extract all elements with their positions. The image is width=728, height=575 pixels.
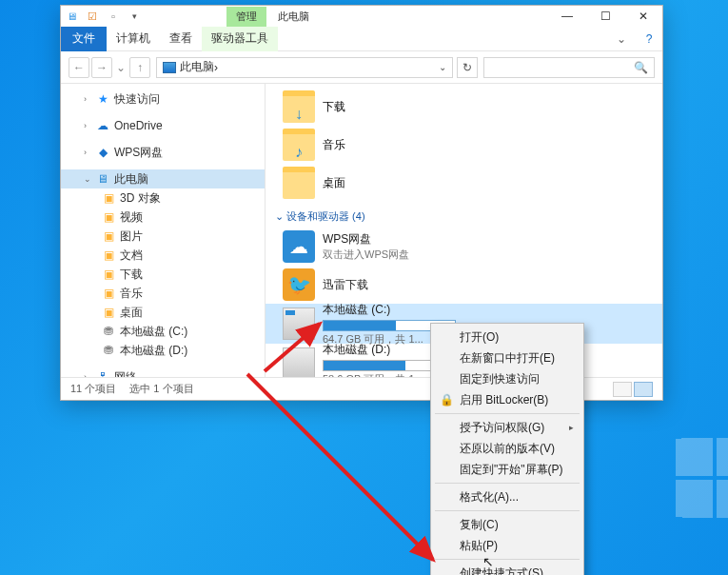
sidebar-item-music[interactable]: ▣音乐 (61, 284, 265, 303)
qat-check-icon[interactable]: ☑ (82, 10, 103, 23)
maximize-button[interactable]: ☐ (586, 6, 624, 27)
folder-downloads[interactable]: ↓下载 (266, 88, 662, 126)
sidebar-item-3d[interactable]: ▣3D 对象 (61, 188, 265, 208)
sidebar-label: WPS网盘 (114, 145, 163, 161)
folder-music[interactable]: ♪音乐 (266, 126, 662, 164)
sidebar-item-downloads[interactable]: ▣下载 (61, 265, 265, 284)
device-wps[interactable]: ☁ WPS网盘 双击进入WPS网盘 (266, 228, 662, 266)
device-xunlei[interactable]: 🐦 迅雷下载 (266, 266, 662, 304)
sidebar-label: 下载 (120, 267, 143, 283)
minimize-button[interactable]: — (548, 6, 586, 27)
svg-line-1 (247, 374, 433, 560)
sidebar-item-pictures[interactable]: ▣图片 (61, 227, 265, 246)
ctx-label: 固定到快速访问 (460, 371, 540, 387)
annotation-arrow-2 (247, 374, 447, 575)
sidebar-label: 快速访问 (114, 91, 160, 108)
folder-label: 桌面 (323, 175, 345, 191)
ctx-label: 格式化(A)... (460, 489, 519, 506)
refresh-button[interactable]: ↻ (457, 57, 478, 78)
device-label: WPS网盘 (323, 231, 409, 248)
ctx-separator (435, 559, 580, 560)
wps-icon: ☁ (283, 230, 315, 263)
breadcrumb[interactable]: 此电脑 (180, 59, 214, 75)
nav-forward-button[interactable]: → (91, 57, 112, 78)
contextual-tab-label: 管理 (226, 7, 266, 27)
nav-up-button[interactable]: ↑ (129, 57, 150, 78)
ribbon-tabs: 文件 计算机 查看 驱动器工具 ⌄ ? (61, 27, 662, 51)
ctx-label: 创建快捷方式(S) (460, 565, 543, 576)
breadcrumb-sep: › (214, 61, 218, 74)
sidebar-item-quick-access[interactable]: ›★快速访问 (61, 89, 265, 109)
drive-icon (283, 347, 315, 377)
ctx-open[interactable]: 打开(O) (433, 327, 581, 347)
address-dropdown-icon[interactable]: ⌄ (439, 62, 446, 72)
sidebar-item-wps[interactable]: ›◆WPS网盘 (61, 143, 265, 162)
folder-label: 音乐 (323, 137, 345, 153)
status-selection: 选中 1 个项目 (129, 382, 193, 396)
qat-item[interactable]: ▫ (103, 10, 124, 22)
windows-logo (676, 437, 728, 518)
folder-label: 下载 (323, 99, 345, 115)
navigation-pane[interactable]: ›★快速访问 ›☁OneDrive ›◆WPS网盘 ⌄🖥此电脑 ▣3D 对象 ▣… (61, 84, 266, 377)
window-title: 此电脑 (278, 10, 309, 24)
view-details-button[interactable] (613, 382, 632, 397)
ctx-paste[interactable]: 粘贴(P) (433, 535, 581, 556)
pc-icon (163, 62, 176, 73)
sidebar-item-drive-c[interactable]: ⛃本地磁盘 (C:) (61, 322, 265, 341)
ctx-grant-access[interactable]: 授予访问权限(G) (433, 417, 581, 438)
qat-dropdown-icon[interactable]: ▾ (124, 11, 145, 21)
ctx-separator (435, 510, 580, 511)
ctx-label: 在新窗口中打开(E) (460, 350, 555, 367)
ctx-copy[interactable]: 复制(C) (433, 514, 581, 535)
tab-view[interactable]: 查看 (160, 27, 202, 51)
ctx-separator (435, 483, 580, 484)
view-tiles-button[interactable] (634, 382, 653, 397)
ctx-separator (435, 413, 580, 414)
tab-computer[interactable]: 计算机 (107, 27, 160, 51)
drive-label: 本地磁盘 (C:) (323, 302, 662, 318)
sidebar-label: 本地磁盘 (C:) (120, 324, 187, 340)
device-sublabel: 双击进入WPS网盘 (323, 248, 409, 262)
help-icon[interactable]: ? (636, 32, 662, 46)
sidebar-item-drive-d[interactable]: ⛃本地磁盘 (D:) (61, 341, 265, 360)
status-item-count: 11 个项目 (70, 382, 116, 396)
sidebar-label: 图片 (120, 228, 143, 245)
sidebar-item-network[interactable]: ›🖧网络 (61, 367, 265, 377)
ctx-pin-quick-access[interactable]: 固定到快速访问 (433, 368, 581, 389)
close-button[interactable]: ✕ (624, 6, 662, 27)
sidebar-item-desktop[interactable]: ▣桌面 (61, 303, 265, 322)
nav-back-button[interactable]: ← (69, 57, 89, 78)
address-bar[interactable]: 此电脑 › ⌄ (156, 57, 453, 78)
ctx-bitlocker[interactable]: 🔒启用 BitLocker(B) (433, 389, 581, 410)
ctx-shortcut[interactable]: 创建快捷方式(S) (433, 563, 581, 575)
sidebar-label: 音乐 (120, 286, 143, 302)
drive-icon (283, 307, 315, 340)
sidebar-item-onedrive[interactable]: ›☁OneDrive (61, 116, 265, 135)
sidebar-label: 网络 (114, 369, 137, 378)
tab-drive-tools[interactable]: 驱动器工具 (202, 27, 278, 51)
ctx-open-new-window[interactable]: 在新窗口中打开(E) (433, 347, 581, 368)
sidebar-item-documents[interactable]: ▣文档 (61, 246, 265, 265)
title-bar: 🖥 ☑ ▫ ▾ 管理 此电脑 — ☐ ✕ (61, 6, 662, 27)
ribbon-collapse-icon[interactable]: ⌄ (607, 32, 636, 46)
ctx-restore-versions[interactable]: 还原以前的版本(V) (433, 438, 581, 459)
nav-history-dropdown[interactable]: ⌄ (114, 57, 128, 78)
xunlei-icon: 🐦 (283, 268, 315, 301)
tab-file[interactable]: 文件 (61, 27, 107, 51)
folder-desktop[interactable]: 桌面 (266, 164, 662, 202)
ctx-label: 粘贴(P) (460, 538, 498, 554)
quick-access-toolbar: 🖥 ☑ ▫ ▾ (61, 6, 145, 27)
sidebar-label: 桌面 (120, 305, 143, 321)
search-icon: 🔍 (634, 61, 648, 74)
search-input[interactable]: 🔍 (483, 57, 655, 78)
ctx-label: 打开(O) (460, 329, 499, 346)
ctx-format[interactable]: 格式化(A)... (433, 486, 581, 507)
ctx-pin-start[interactable]: 固定到"开始"屏幕(P) (433, 459, 581, 480)
sidebar-label: OneDrive (114, 119, 163, 132)
ctx-label: 启用 BitLocker(B) (460, 392, 548, 408)
ctx-label: 授予访问权限(G) (460, 420, 544, 436)
group-devices-header[interactable]: 设备和驱动器 (4) (266, 202, 662, 228)
sidebar-item-video[interactable]: ▣视频 (61, 208, 265, 227)
explorer-icon: 🖥 (61, 10, 82, 22)
sidebar-item-this-pc[interactable]: ⌄🖥此电脑 (61, 169, 265, 188)
